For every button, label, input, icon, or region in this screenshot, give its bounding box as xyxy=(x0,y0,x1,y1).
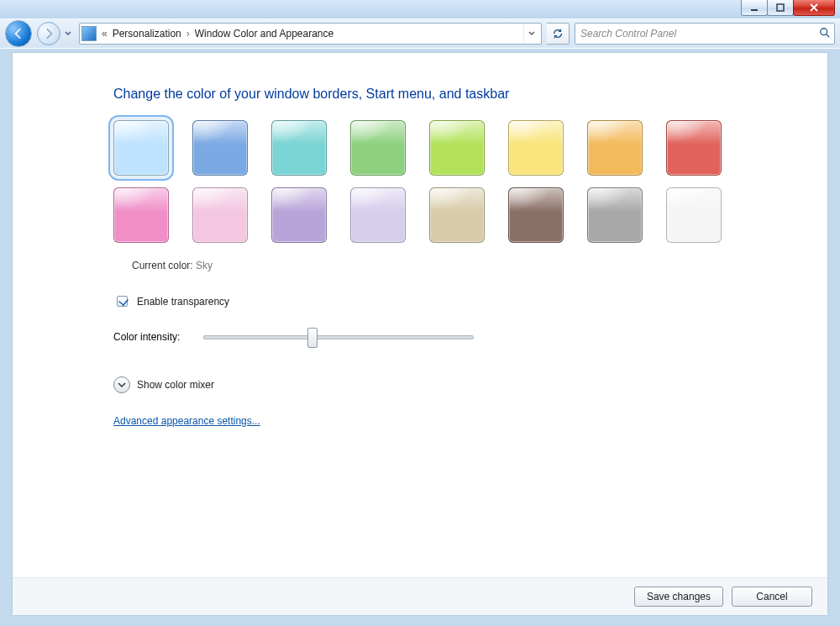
transparency-row[interactable]: Enable transparency xyxy=(113,293,827,309)
swatch-row xyxy=(113,187,827,243)
expander-button[interactable] xyxy=(113,376,130,393)
current-color-value: Sky xyxy=(196,260,213,271)
maximize-icon xyxy=(775,3,785,13)
control-panel-icon xyxy=(81,26,97,41)
color-swatch-pumpkin[interactable] xyxy=(587,120,643,176)
refresh-icon xyxy=(552,28,564,39)
swatch-row xyxy=(113,120,827,176)
svg-rect-1 xyxy=(777,4,784,11)
svg-point-2 xyxy=(821,28,827,34)
nav-forward-button[interactable] xyxy=(37,22,60,45)
color-swatch-chocolate[interactable] xyxy=(508,187,564,243)
cancel-button[interactable]: Cancel xyxy=(732,587,812,607)
minimize-button[interactable] xyxy=(741,0,768,16)
color-swatch-slate[interactable] xyxy=(587,187,643,243)
chevron-down-icon xyxy=(118,381,126,389)
minimize-icon xyxy=(749,3,759,13)
search-input[interactable] xyxy=(579,27,819,40)
caption-buttons xyxy=(742,0,835,16)
intensity-label: Color intensity: xyxy=(113,331,180,343)
close-icon xyxy=(809,3,819,13)
color-swatch-sky[interactable] xyxy=(113,120,169,176)
save-button[interactable]: Save changes xyxy=(634,587,723,607)
chevron-down-icon xyxy=(528,30,535,37)
chevron-right-icon: › xyxy=(186,28,190,39)
mixer-row[interactable]: Show color mixer xyxy=(113,376,827,393)
panel-footer: Save changes Cancel xyxy=(13,577,827,615)
color-swatch-taupe[interactable] xyxy=(429,187,485,243)
color-swatch-frost[interactable] xyxy=(666,187,722,243)
search-icon xyxy=(819,27,831,41)
svg-line-3 xyxy=(827,34,830,37)
color-swatch-sun[interactable] xyxy=(508,120,564,176)
nav-history-dropdown[interactable] xyxy=(62,21,74,46)
mixer-label: Show color mixer xyxy=(137,379,214,391)
color-swatch-twilight[interactable] xyxy=(192,120,248,176)
breadcrumb-item[interactable]: Personalization xyxy=(111,28,183,39)
color-swatch-ruby[interactable] xyxy=(666,120,722,176)
panel-body: Change the color of your window borders,… xyxy=(13,53,827,577)
color-swatch-sea[interactable] xyxy=(271,120,327,176)
color-swatch-lavender[interactable] xyxy=(350,187,406,243)
arrow-left-icon xyxy=(13,28,24,39)
maximize-button[interactable] xyxy=(767,0,794,16)
current-color-line: Current color: Sky xyxy=(132,260,827,271)
close-button[interactable] xyxy=(793,0,835,16)
arrow-right-icon xyxy=(43,28,55,39)
current-color-label: Current color: xyxy=(132,260,193,271)
color-swatch-leaf[interactable] xyxy=(350,120,406,176)
refresh-button[interactable] xyxy=(547,23,570,45)
color-swatch-fuchsia[interactable] xyxy=(113,187,169,243)
breadcrumb-overflow-chevrons[interactable]: « xyxy=(102,28,108,39)
breadcrumb-item[interactable]: Window Color and Appearance xyxy=(193,28,335,39)
titlebar xyxy=(0,0,840,18)
color-swatch-blush[interactable] xyxy=(192,187,248,243)
panel: Change the color of your window borders,… xyxy=(12,52,828,616)
intensity-row: Color intensity: xyxy=(113,331,827,343)
color-swatch-grid xyxy=(113,120,827,243)
chevron-down-icon xyxy=(65,30,71,37)
intensity-slider[interactable] xyxy=(203,335,474,339)
color-swatch-lime[interactable] xyxy=(429,120,485,176)
search-box[interactable] xyxy=(575,23,835,45)
slider-thumb[interactable] xyxy=(307,328,318,348)
nav-back-button[interactable] xyxy=(5,20,32,47)
breadcrumb-bar[interactable]: « Personalization › Window Color and App… xyxy=(79,23,542,45)
color-swatch-violet[interactable] xyxy=(271,187,327,243)
advanced-settings-link[interactable]: Advanced appearance settings... xyxy=(113,415,260,427)
transparency-label: Enable transparency xyxy=(137,296,229,308)
address-dropdown[interactable] xyxy=(523,24,539,43)
navbar: « Personalization › Window Color and App… xyxy=(0,18,840,49)
transparency-checkbox[interactable] xyxy=(117,296,128,307)
page-heading: Change the color of your window borders,… xyxy=(113,87,827,102)
content-area: Change the color of your window borders,… xyxy=(0,49,840,626)
svg-rect-0 xyxy=(751,9,758,11)
